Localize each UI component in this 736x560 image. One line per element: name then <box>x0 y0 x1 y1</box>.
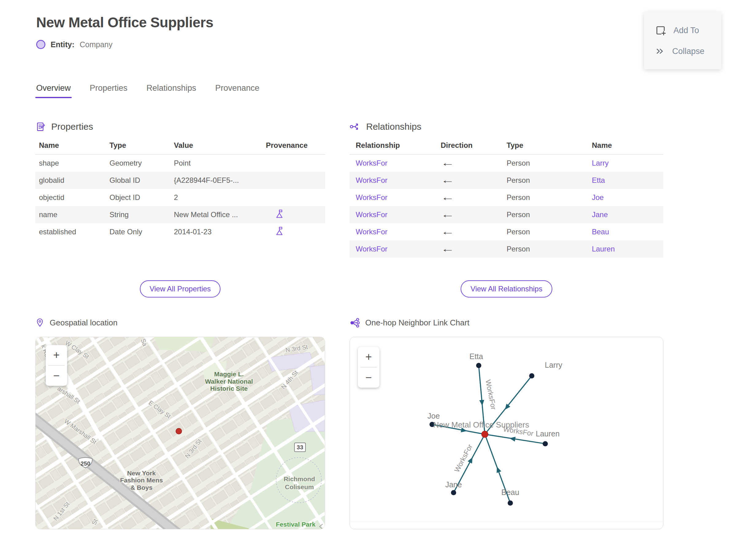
relationship-row: WorksFor ← Person Beau <box>350 223 663 240</box>
property-type: Object ID <box>109 193 174 202</box>
col-type: Type <box>109 141 174 150</box>
map-zoom-out-button[interactable]: − <box>46 366 67 386</box>
relationship-type-link[interactable]: WorksFor <box>356 245 441 253</box>
geospatial-title: Geospatial location <box>50 318 117 328</box>
linkchart-header: One-hop Neighbor Link Chart <box>350 316 663 329</box>
map-zoom-in-button[interactable]: + <box>46 345 67 365</box>
col-relationship: Relationship <box>356 141 441 150</box>
map-marker[interactable] <box>176 428 182 434</box>
properties-column: Properties Name Type Value Provenance sh… <box>35 120 325 529</box>
chart-zoom-out-button[interactable]: − <box>358 367 379 388</box>
add-to-label: Add To <box>673 26 699 35</box>
col-name: Name <box>39 141 109 150</box>
provenance-flag-icon[interactable] <box>275 226 284 236</box>
tab-provenance[interactable]: Provenance <box>215 83 259 98</box>
relationship-type-link[interactable]: WorksFor <box>356 210 441 219</box>
map-label-festival-park: Festival Park <box>276 521 316 528</box>
node-larry[interactable] <box>529 373 535 378</box>
map-label-coliseum-2: Coliseum <box>285 483 314 490</box>
tab-overview[interactable]: Overview <box>36 83 71 98</box>
node-label-etta: Etta <box>470 352 483 361</box>
relationship-type-link[interactable]: WorksFor <box>356 228 441 236</box>
collapse-button[interactable]: Collapse <box>644 41 721 61</box>
property-type: Geometry <box>109 159 174 167</box>
relationship-row: WorksFor ← Person Larry <box>350 155 663 172</box>
edge-label-worksfor: WorksFor <box>453 443 474 474</box>
map-label-ny-2: Fashion Mens <box>120 477 163 484</box>
direction-arrow: ← <box>441 175 546 185</box>
property-value: {A228944F-0EF5-... <box>174 176 266 185</box>
node-label-larry: Larry <box>545 361 562 369</box>
map-label-maggie-1: Maggie L. <box>214 370 244 378</box>
node-lauren[interactable] <box>543 441 548 446</box>
chart-zoom-control: + − <box>358 347 379 388</box>
node-label-beau: Beau <box>501 488 519 497</box>
direction-arrow: ← <box>441 244 546 254</box>
col-name: Name <box>592 141 663 150</box>
node-label-joe: Joe <box>427 412 440 420</box>
related-entity-link[interactable]: Etta <box>592 176 663 185</box>
relationships-table-header: Relationship Direction Type Name <box>350 141 663 155</box>
view-all-relationships-button[interactable]: View All Relationships <box>461 280 552 297</box>
node-center[interactable] <box>482 431 488 438</box>
route-shield-250: 250 <box>79 458 92 468</box>
relationships-column: Relationships Relationship Direction Typ… <box>350 120 663 529</box>
properties-section-title: Properties <box>51 121 93 132</box>
add-to-button[interactable]: Add To <box>644 20 721 41</box>
map-label-coliseum-1: Richmond <box>284 476 315 483</box>
property-name: established <box>39 228 109 236</box>
tab-properties[interactable]: Properties <box>90 83 128 98</box>
direction-arrow: ← <box>441 158 546 168</box>
entity-type-dot <box>36 40 45 49</box>
edge-label-worksfor: WorksFor <box>484 379 498 410</box>
related-entity-link[interactable]: Larry <box>592 159 663 167</box>
property-value: 2014-01-23 <box>174 228 266 236</box>
relationships-section-header: Relationships <box>350 120 663 134</box>
svg-text:250: 250 <box>81 460 90 467</box>
map-panel[interactable]: k Rd W Clay St Sa N 3rd St N 4th St E Cl… <box>35 337 325 529</box>
node-etta[interactable] <box>476 363 481 368</box>
property-value: 2 <box>174 193 266 202</box>
related-entity-link[interactable]: Beau <box>592 228 663 236</box>
linkchart-canvas[interactable]: WorksFor WorksFor WorksFor Etta Lar <box>350 337 663 529</box>
node-label-lauren: Lauren <box>536 429 560 438</box>
related-entity-link[interactable]: Joe <box>592 193 663 202</box>
relationship-type-link[interactable]: WorksFor <box>356 193 441 202</box>
map-zoom-control: + − <box>46 345 67 386</box>
property-value: Point <box>174 159 266 167</box>
property-name: shape <box>39 159 109 167</box>
property-value: New Metal Office ... <box>174 210 266 219</box>
col-direction: Direction <box>441 141 507 150</box>
properties-table-header: Name Type Value Provenance <box>35 141 325 155</box>
route-shield-33: 33 <box>294 443 305 452</box>
linkchart-title: One-hop Neighbor Link Chart <box>365 318 470 328</box>
related-entity-link[interactable]: Jane <box>592 210 663 219</box>
provenance-flag-icon[interactable] <box>275 209 284 218</box>
property-row: name String New Metal Office ... <box>35 206 325 223</box>
node-beau[interactable] <box>508 501 513 506</box>
linkchart-panel[interactable]: WorksFor WorksFor WorksFor Etta Lar <box>350 337 663 529</box>
relationship-row: WorksFor ← Person Etta <box>350 172 663 189</box>
relationships-section-title: Relationships <box>366 121 421 132</box>
property-row: objectid Object ID 2 <box>35 189 325 206</box>
relationship-type-link[interactable]: WorksFor <box>356 159 441 167</box>
node-jane[interactable] <box>451 490 456 495</box>
chart-zoom-in-button[interactable]: + <box>358 347 379 367</box>
col-type: Type <box>507 141 592 150</box>
map-canvas[interactable]: k Rd W Clay St Sa N 3rd St N 4th St E Cl… <box>36 337 325 529</box>
view-all-properties-button[interactable]: View All Properties <box>140 280 221 297</box>
col-value: Value <box>174 141 266 150</box>
property-type: String <box>109 210 174 219</box>
property-row: shape Geometry Point <box>35 155 325 172</box>
direction-arrow: ← <box>441 227 546 237</box>
relationship-type-link[interactable]: WorksFor <box>356 176 441 185</box>
related-entity-link[interactable]: Lauren <box>592 245 663 253</box>
relationship-row: WorksFor ← Person Jane <box>350 206 663 223</box>
svg-text:33: 33 <box>297 444 303 451</box>
property-type: Date Only <box>109 228 174 236</box>
tab-relationships[interactable]: Relationships <box>147 83 196 98</box>
map-label-maggie-2: Walker National <box>205 378 253 385</box>
entity-label: Entity: <box>51 40 75 49</box>
relationship-row: WorksFor ← Person Joe <box>350 189 663 206</box>
collapse-label: Collapse <box>672 47 704 56</box>
